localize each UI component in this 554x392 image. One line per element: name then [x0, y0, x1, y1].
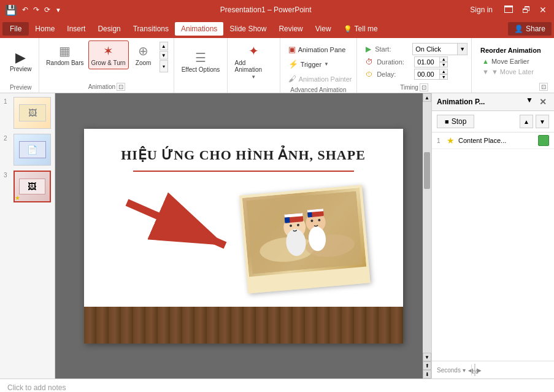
add-animation-dropdown[interactable]: ▼: [251, 74, 256, 80]
thumb-bg-2: 📄: [14, 134, 50, 165]
slide-bottom-bar: [84, 307, 403, 344]
scroll-down-arrow[interactable]: ▼: [160, 51, 168, 60]
preview-label: Preview: [10, 66, 32, 72]
restore-icon[interactable]: 🗗: [522, 5, 531, 15]
move-later-label: ▼ Move Later: [491, 68, 534, 75]
zoom-label: Zoom: [136, 60, 152, 66]
menu-review[interactable]: Review: [272, 22, 309, 36]
share-label: Share: [526, 25, 545, 33]
sign-in-btn[interactable]: Sign in: [470, 6, 493, 14]
menu-file[interactable]: File: [2, 22, 29, 36]
nav-dn-btn[interactable]: ⬇: [423, 370, 431, 379]
anim-pane-controls: ■ Stop ▲ ▼: [432, 111, 554, 133]
share-btn[interactable]: 👤 Share: [508, 22, 552, 36]
reorder-expand-icon[interactable]: ⊡: [539, 83, 548, 91]
refresh-btn[interactable]: ⟳: [44, 6, 50, 14]
babies-svg: [246, 191, 363, 274]
ribbon-effect-group: ☰ Effect Options: [174, 38, 227, 93]
anim-seconds-bar: Seconds ▾ ◀ 0 1 2 ▶: [432, 361, 554, 379]
anim-pane-close-btn[interactable]: ✕: [537, 96, 549, 108]
minimize-icon[interactable]: 🗖: [504, 4, 514, 15]
thumb-bg-1: 🖼: [14, 98, 50, 128]
trigger-btn[interactable]: ⚡ Trigger ▼: [284, 58, 333, 71]
menu-transitions[interactable]: Transitions: [127, 22, 175, 36]
animation-expand-icon[interactable]: ⊡: [117, 83, 125, 91]
zoom-btn[interactable]: ⊕ Zoom: [130, 40, 157, 69]
timing-delay-field[interactable]: 00.00: [417, 71, 438, 78]
effect-options-btn[interactable]: ☰ Effect Options: [178, 47, 223, 76]
animation-painter-label: Animation Painter: [299, 75, 352, 83]
timing-duration-icon: ⏱: [366, 58, 373, 66]
anim-item-1[interactable]: 1 ★ Content Place...: [432, 133, 554, 149]
stop-label: Stop: [452, 117, 467, 126]
canvas-area: HIỆU ỨNG CHO HÌNH ẢNH, SHAPE: [55, 93, 431, 379]
nav-up-btn[interactable]: ⬆: [423, 361, 431, 370]
timing-duration-input[interactable]: 01.00 ▲ ▼: [414, 56, 445, 67]
reorder-title: Reorder Animation: [480, 47, 541, 54]
undo-btn[interactable]: ↶: [22, 6, 28, 14]
stop-btn[interactable]: ■ Stop: [437, 115, 474, 128]
add-anim-group-label: [231, 83, 276, 93]
title-bar-right: Sign in 🗖 🗗 ✕: [470, 4, 549, 15]
add-animation-btn[interactable]: ✦ Add Animation ▼: [231, 41, 276, 82]
timing-delay-input[interactable]: 00.00 ▲ ▼: [414, 69, 445, 80]
scroll-thumb-v: [424, 152, 430, 189]
timing-duration-up[interactable]: ▲: [439, 56, 448, 62]
anim-pane-collapse-btn[interactable]: ▼: [523, 96, 536, 108]
slide-thumb-3[interactable]: 3 🖼 ★: [2, 169, 52, 204]
timing-delay-down[interactable]: ▼: [439, 74, 448, 80]
menu-view[interactable]: View: [309, 22, 337, 36]
slide-num-3: 3: [4, 171, 11, 179]
ribbon-preview-content: ▶ Preview: [6, 40, 35, 83]
timing-delay-label: Delay:: [377, 71, 410, 78]
timing-start-value: On Click: [413, 45, 457, 53]
customize-btn[interactable]: ▼: [55, 7, 61, 13]
scroll-up-arrow[interactable]: ▲: [160, 42, 168, 50]
preview-btn[interactable]: ▶ Preview: [6, 48, 35, 75]
ribbon-advanced-group: ▣ Animation Pane ⚡ Trigger ▼ 🖌 Animation…: [280, 38, 358, 93]
scroll-up-btn[interactable]: ▲: [423, 93, 431, 102]
menu-tell-me[interactable]: 💡Tell me: [337, 22, 384, 36]
animation-painter-btn[interactable]: 🖌 Animation Painter: [284, 72, 356, 85]
timing-start-arrow[interactable]: ▼: [457, 44, 467, 55]
slide-thumb-1[interactable]: 1 🖼: [2, 96, 52, 130]
animation-pane-btn[interactable]: ▣ Animation Pane: [284, 43, 350, 56]
ribbon-effect-content: ☰ Effect Options: [178, 40, 223, 83]
menu-slideshow[interactable]: Slide Show: [223, 22, 272, 36]
timing-duration-row: ⏱ Duration: 01.00 ▲ ▼: [366, 56, 467, 67]
grow-turn-btn[interactable]: ✶ Grow & Turn: [88, 40, 129, 69]
pane-up-btn[interactable]: ▲: [520, 115, 533, 128]
slide-thumb-2[interactable]: 2 📄: [2, 133, 52, 167]
svg-rect-15: [284, 217, 290, 223]
pane-dn-btn[interactable]: ▼: [536, 115, 549, 128]
timing-duration-field[interactable]: 01.00: [417, 58, 438, 66]
menu-design[interactable]: Design: [91, 22, 126, 36]
scroll-expand-arrow[interactable]: ▾: [160, 60, 168, 72]
notes-bar[interactable]: Click to add notes: [0, 379, 554, 392]
seconds-scale: 0 1 2: [474, 364, 475, 376]
scroll-track-v: [423, 102, 431, 353]
move-earlier-icon: ▲: [482, 58, 489, 65]
move-later-btn[interactable]: ▼ ▼ Move Later: [480, 67, 541, 76]
timing-duration-down[interactable]: ▼: [439, 62, 448, 67]
ribbon-preview-group: ▶ Preview Preview: [2, 38, 39, 93]
timing-delay-row: ⏲ Delay: 00.00 ▲ ▼: [366, 69, 467, 80]
anim-item-star: ★: [447, 136, 455, 145]
menu-insert[interactable]: Insert: [61, 22, 91, 36]
menu-animations[interactable]: Animations: [175, 22, 223, 36]
slide-num-1: 1: [4, 97, 11, 105]
menu-home[interactable]: Home: [29, 22, 61, 36]
seconds-label[interactable]: Seconds ▾: [437, 367, 466, 374]
random-bars-btn[interactable]: ▦ Random Bars: [43, 40, 87, 69]
scroll-dn-btn[interactable]: ▼: [423, 353, 431, 361]
trigger-dropdown-icon[interactable]: ▼: [324, 61, 329, 67]
grow-turn-label: Grow & Turn: [91, 60, 126, 66]
ribbon-add-anim-content: ✦ Add Animation ▼: [231, 40, 276, 83]
redo-btn[interactable]: ↷: [33, 6, 39, 14]
animation-scroll-arrows: ▲ ▼ ▾: [158, 40, 169, 74]
timing-start-dropdown[interactable]: On Click ▼: [412, 43, 467, 55]
timing-expand-icon[interactable]: ⊡: [420, 83, 428, 91]
close-icon[interactable]: ✕: [539, 5, 547, 15]
move-earlier-btn[interactable]: ▲ Move Earlier: [480, 57, 541, 66]
timing-delay-up[interactable]: ▲: [439, 69, 448, 74]
